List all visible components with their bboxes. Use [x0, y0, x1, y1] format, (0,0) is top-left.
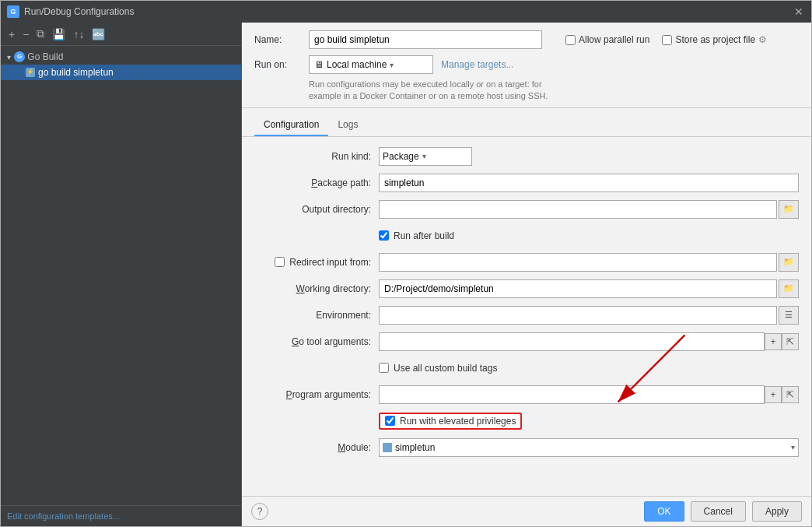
go-tool-args-field: + ⇱ — [379, 332, 799, 351]
right-panel: Name: Allow parallel run Store as projec… — [242, 23, 811, 496]
left-footer: Edit configuration templates... — [1, 505, 241, 526]
working-dir-browse-button[interactable]: 📁 — [779, 279, 799, 298]
package-path-input[interactable] — [379, 174, 799, 192]
redirect-input-field: 📁 — [379, 253, 799, 272]
add-config-button[interactable]: + — [5, 26, 18, 42]
store-project-checkbox[interactable] — [662, 35, 672, 45]
custom-tags-checkbox[interactable] — [379, 363, 389, 373]
run-elevated-checkbox[interactable] — [385, 416, 395, 426]
help-button[interactable]: ? — [251, 503, 268, 520]
module-icon — [383, 443, 392, 452]
go-tool-args-row: Go tool arguments: + ⇱ — [254, 332, 799, 352]
bottom-bar: ? OK Cancel Apply — [242, 496, 811, 526]
custom-tags-label[interactable]: Use all custom build tags — [379, 363, 497, 374]
environment-row: Environment: ☰ — [254, 305, 799, 325]
tree-sub-item-label: go build simpletun — [38, 67, 114, 78]
run-elevated-row: Run with elevated privileges — [254, 411, 799, 431]
output-dir-label: Output directory: — [254, 204, 379, 215]
main-window: G Run/Debug Configurations ✕ + − ⧉ 💾 ↑↓ … — [0, 0, 812, 527]
close-button[interactable]: ✕ — [793, 5, 805, 18]
name-row: Name: Allow parallel run Store as projec… — [254, 30, 799, 49]
package-path-label: Package path: — [254, 177, 379, 188]
edit-templates-link[interactable]: Edit configuration templates... — [7, 511, 120, 521]
manage-targets-link[interactable]: Manage targets... — [441, 59, 513, 70]
environment-browse-button[interactable]: ☰ — [779, 306, 799, 325]
title-bar: G Run/Debug Configurations ✕ — [1, 1, 811, 23]
go-tool-args-add-button[interactable]: + — [765, 333, 782, 350]
window-controls: ✕ — [793, 5, 805, 18]
run-on-row: Run on: 🖥 Local machine ▾ Manage targets… — [254, 55, 799, 74]
redirect-input-row: Redirect input from: 📁 — [254, 252, 799, 272]
left-toolbar: + − ⧉ 💾 ↑↓ 🔤 — [1, 23, 241, 46]
go-tool-args-label: Go tool arguments: — [254, 336, 379, 347]
allow-parallel-checkbox[interactable] — [565, 35, 576, 45]
redirect-input-checkbox-label[interactable]: Redirect input from: — [254, 257, 371, 268]
run-on-dropdown-arrow: ▾ — [390, 61, 394, 69]
tab-logs[interactable]: Logs — [328, 114, 367, 136]
name-input[interactable] — [309, 30, 542, 49]
program-args-field: + ⇱ — [379, 385, 799, 404]
tab-configuration[interactable]: Configuration — [254, 114, 328, 136]
program-args-add-button[interactable]: + — [765, 386, 782, 403]
redirect-input-browse-button[interactable]: 📁 — [779, 253, 799, 272]
output-dir-browse-button[interactable]: 📁 — [779, 200, 799, 219]
run-after-build-label[interactable]: Run after build — [379, 230, 454, 241]
output-dir-input[interactable] — [379, 200, 777, 219]
go-tool-args-expand-button[interactable]: ⇱ — [782, 333, 799, 350]
custom-tags-row: Use all custom build tags — [254, 358, 799, 378]
store-project-label[interactable]: Store as project file ⚙ — [662, 34, 767, 45]
left-panel: + − ⧉ 💾 ↑↓ 🔤 ▾ G Go Build ⚡ go build sim… — [1, 23, 242, 526]
name-label: Name: — [254, 34, 301, 45]
run-elevated-label[interactable]: Run with elevated privileges — [385, 416, 516, 427]
remove-config-button[interactable]: − — [19, 26, 32, 42]
run-kind-select[interactable]: Package ▾ — [379, 147, 472, 166]
tree-item-simpletun[interactable]: ⚡ go build simpletun — [1, 65, 241, 80]
tabs-bar: Configuration Logs — [242, 114, 811, 137]
move-config-button[interactable]: ↑↓ — [70, 26, 87, 42]
name-row-right: Allow parallel run Store as project file… — [565, 34, 767, 45]
save-config-button[interactable]: 💾 — [49, 26, 68, 42]
module-label: Module: — [254, 442, 379, 453]
redirect-input-checkbox[interactable] — [275, 257, 285, 267]
environment-field: ☰ — [379, 306, 799, 325]
app-icon: G — [7, 5, 19, 18]
program-args-expand-button[interactable]: ⇱ — [782, 386, 799, 403]
program-args-row: Program arguments: + ⇱ — [254, 385, 799, 405]
run-kind-label: Run kind: — [254, 151, 379, 162]
run-after-build-checkbox[interactable] — [379, 230, 389, 241]
run-on-label: Run on: — [254, 59, 301, 70]
environment-label: Environment: — [254, 310, 379, 321]
run-kind-arrow: ▾ — [422, 152, 426, 160]
working-dir-label: Working directory: — [254, 283, 379, 294]
package-path-row: Package path: — [254, 173, 799, 193]
allow-parallel-label[interactable]: Allow parallel run — [565, 34, 649, 45]
tree-group-go-build[interactable]: ▾ G Go Build — [1, 49, 241, 65]
redirect-input-label: Redirect input from: — [254, 257, 379, 268]
run-on-value: Local machine — [327, 59, 387, 70]
copy-config-button[interactable]: ⧉ — [33, 26, 47, 42]
go-tool-args-input[interactable] — [379, 332, 765, 351]
cancel-button[interactable]: Cancel — [691, 501, 746, 522]
run-on-select[interactable]: 🖥 Local machine ▾ — [309, 55, 433, 74]
output-dir-field: 📁 — [379, 200, 799, 219]
config-tree: ▾ G Go Build ⚡ go build simpletun — [1, 46, 241, 505]
window-title: Run/Debug Configurations — [24, 6, 134, 17]
redirect-input-input[interactable] — [379, 253, 777, 272]
program-args-input[interactable] — [379, 385, 765, 404]
go-build-icon: G — [14, 51, 25, 62]
run-kind-value: Package — [383, 151, 419, 162]
module-select[interactable]: simpletun ▾ — [379, 438, 799, 457]
right-panel-wrapper: Name: Allow parallel run Store as projec… — [242, 23, 811, 526]
output-dir-row: Output directory: 📁 — [254, 199, 799, 220]
sort-config-button[interactable]: 🔤 — [89, 26, 108, 42]
environment-input[interactable] — [379, 306, 777, 325]
tree-expand-arrow: ▾ — [7, 53, 11, 61]
sub-item-icon: ⚡ — [26, 68, 35, 77]
working-dir-row: Working directory: 📁 — [254, 279, 799, 299]
ok-button[interactable]: OK — [644, 501, 684, 522]
working-dir-input[interactable] — [379, 279, 777, 298]
machine-icon: 🖥 — [314, 59, 324, 70]
apply-button[interactable]: Apply — [752, 501, 802, 522]
gear-icon: ⚙ — [758, 34, 767, 45]
working-dir-field: 📁 — [379, 279, 799, 298]
